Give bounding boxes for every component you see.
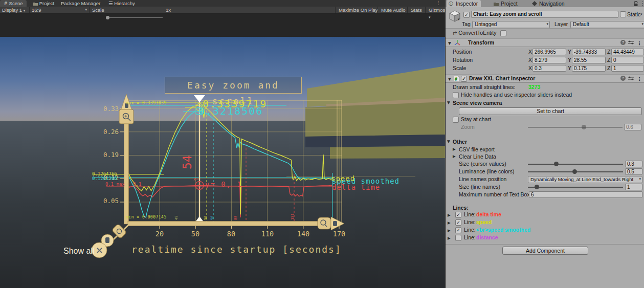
x-axis-bar[interactable] [128, 221, 319, 226]
foldout-icon[interactable]: ▶ [453, 147, 456, 151]
foldout-icon[interactable]: ▶ [453, 154, 456, 159]
tab-project[interactable]: Project [30, 0, 58, 7]
line-delta-time-checkbox[interactable]: ✓ [455, 212, 461, 218]
tab-inspector[interactable]: ⓘInspector [447, 0, 481, 7]
x-axis-zoom-handle[interactable] [318, 217, 331, 229]
kebab-menu-icon[interactable]: ⋮ [637, 75, 642, 83]
y-axis-zoom-handle[interactable] [119, 109, 134, 124]
csv-export-foldout[interactable]: CSV file export [459, 146, 495, 153]
svg-text:#: # [455, 77, 457, 82]
scale-z-field[interactable]: 1 [611, 65, 644, 72]
help-icon[interactable]: ? [620, 76, 626, 81]
scene-view-camera-foldout[interactable]: Scene view camera [453, 100, 502, 106]
size-line-names-knob[interactable] [535, 185, 539, 189]
foldout-icon[interactable]: ▶ [448, 220, 451, 225]
gameobject-active-checkbox[interactable]: ✓ [463, 12, 470, 18]
size-line-names-value[interactable]: 1 [625, 184, 642, 190]
line-name-speed-smoothed: <br>speed smoothed [476, 227, 530, 233]
position-y-field[interactable]: -39.74333 [572, 49, 606, 55]
presets-icon[interactable] [628, 40, 634, 45]
size-cursor-track[interactable] [528, 164, 623, 165]
x-axis-arrow-pan-handle[interactable] [331, 217, 344, 230]
gameobject-header: ▾ ✓ Chart: Easy zoom and scroll Static ▾… [446, 7, 644, 29]
red-cursor-x-label: x= [193, 177, 199, 182]
transform-header[interactable]: ▼ Transform ? ⋮ [446, 38, 644, 47]
help-icon[interactable]: ? [620, 40, 626, 45]
bottom-cursor-mark: 88 [234, 216, 238, 220]
tab-navigation[interactable]: Navigation [530, 0, 568, 7]
kebab-menu-icon[interactable]: ⋮ [436, 0, 441, 6]
size-line-names-track[interactable] [528, 187, 623, 188]
aspect-ratio-dropdown[interactable]: 16:9▾ [32, 7, 87, 13]
size-cursor-knob[interactable] [554, 162, 559, 166]
scale-slider-knob[interactable] [106, 16, 109, 19]
other-foldout[interactable]: Other [453, 139, 467, 145]
foldout-icon[interactable]: ▼ [447, 100, 450, 105]
line-names-position-dropdown[interactable]: Dynamically Moving_at Line End_towards R… [528, 176, 642, 183]
line-speed-smoothed-checkbox[interactable]: ✓ [455, 227, 461, 233]
zoom-slider-track[interactable] [528, 127, 623, 128]
lines-section-label: Lines: [453, 205, 469, 211]
stay-at-chart-checkbox[interactable] [453, 117, 459, 123]
add-component-button[interactable]: Add Component [502, 247, 588, 255]
axis-y-label: Y [568, 65, 571, 72]
script-icon: # [454, 76, 459, 82]
luminance-knob[interactable] [572, 169, 577, 174]
rotation-z-field[interactable]: 0 [611, 57, 644, 63]
foldout-icon[interactable]: ▼ [448, 39, 451, 47]
clear-line-data-foldout[interactable]: Clear Line Data [459, 153, 496, 160]
x-tick-label: 140 [293, 230, 314, 238]
position-x-field[interactable]: 266.9965 [532, 49, 566, 55]
max-text-boxes-field[interactable]: 6 [529, 191, 642, 198]
chevron-down-icon[interactable]: ▾ [458, 17, 460, 21]
gameobject-name-field[interactable]: Chart: Easy zoom and scroll [471, 11, 618, 18]
foldout-icon[interactable]: ▶ [448, 228, 451, 233]
position-z-field[interactable]: 44.48449 [611, 49, 644, 55]
display-dropdown[interactable]: Display 1 ▾ [2, 7, 25, 13]
maximize-on-play-button[interactable]: Maximize On Play [335, 7, 381, 13]
cursor-x-value-label: 54 [181, 147, 194, 169]
xxl-title: Draw XXL Chart Inspector [469, 75, 535, 82]
foldout-icon[interactable]: ▶ [448, 213, 451, 217]
chevron-down-icon[interactable]: ▾ [640, 12, 642, 16]
static-checkbox[interactable] [620, 11, 626, 17]
diagonal-zoom-handle[interactable] [112, 224, 127, 239]
component-enabled-checkbox[interactable]: ✓ [461, 76, 467, 82]
divider [29, 7, 30, 13]
foldout-icon[interactable]: ▼ [448, 75, 451, 83]
size-cursor-value[interactable]: 0.3 [625, 161, 642, 167]
tab-hierarchy[interactable]: ☰ Hierarchy [105, 0, 139, 7]
mute-audio-button[interactable]: Mute Audio [377, 7, 409, 13]
convert-checkbox[interactable] [500, 30, 506, 36]
kebab-menu-icon[interactable]: ⋮ [637, 39, 642, 47]
series-line-delta-time [128, 185, 332, 217]
line-distance-checkbox[interactable] [455, 235, 461, 241]
stats-button[interactable]: Stats [407, 7, 425, 13]
line-speed-checkbox[interactable]: ✓ [455, 219, 461, 226]
set-to-chart-button[interactable]: Set to chart [459, 107, 642, 115]
kebab-menu-icon[interactable]: ⋮ [640, 1, 644, 6]
line-prefix-label: Line: [464, 211, 476, 218]
tag-dropdown[interactable]: Untagged▾ [472, 21, 550, 28]
rotation-y-field[interactable]: 28.55 [572, 57, 606, 63]
layer-dropdown[interactable]: Default▾ [570, 21, 644, 28]
xxl-chart-inspector-header[interactable]: ▼ # ✓ Draw XXL Chart Inspector ? ⋮ [446, 74, 644, 83]
scale-slider-track[interactable] [109, 17, 163, 18]
rotation-x-field[interactable]: 8.279 [532, 57, 566, 63]
scale-x-field[interactable]: 0.3 [532, 65, 566, 72]
tab-package-manager[interactable]: Package Manager [57, 0, 104, 7]
info-icon: ⓘ [449, 0, 453, 7]
foldout-icon[interactable]: ▼ [447, 139, 450, 144]
presets-icon[interactable] [628, 76, 634, 81]
tab-scene[interactable]: # Scene [0, 0, 27, 7]
zoom-slider-knob[interactable] [582, 125, 586, 129]
foldout-icon[interactable]: ▶ [448, 236, 451, 240]
zoom-value-field[interactable]: 0.6 [624, 124, 641, 130]
tab-project-right[interactable]: Project [492, 0, 521, 7]
hide-handles-label: Hide handles and use inspector sliders i… [461, 92, 572, 98]
luminance-value[interactable]: 0.5 [625, 168, 642, 175]
scale-y-field[interactable]: 0.175 [572, 65, 606, 72]
lock-icon[interactable] [633, 1, 638, 7]
hide-handles-checkbox[interactable] [453, 92, 459, 98]
show-all-button[interactable]: Show all [63, 247, 94, 256]
